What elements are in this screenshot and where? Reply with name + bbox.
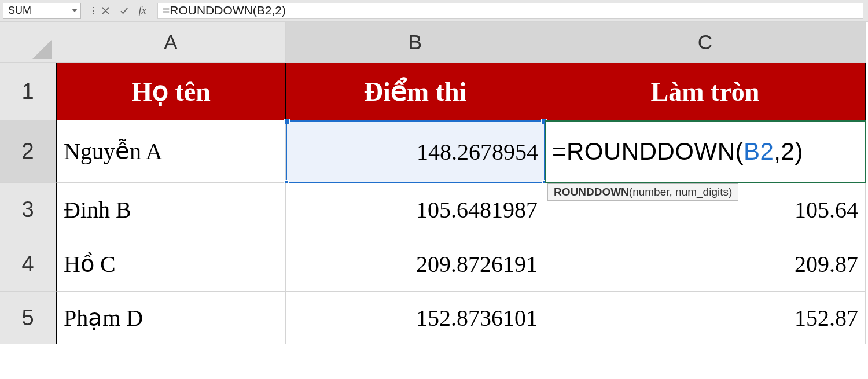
cell-A4[interactable]: Hồ C xyxy=(56,237,286,292)
row-header-1[interactable]: 1 xyxy=(0,63,56,120)
cell-A2[interactable]: Nguyễn A xyxy=(56,120,286,183)
table-header-score[interactable]: Điểm thi xyxy=(286,63,545,120)
row-header-3[interactable]: 3 xyxy=(0,183,56,237)
cell-value: 148.2678954 xyxy=(417,138,538,165)
cell-B2[interactable]: 148.2678954 xyxy=(286,120,545,183)
select-all-corner[interactable] xyxy=(0,22,56,63)
table-header-name[interactable]: Họ tên xyxy=(56,63,286,120)
cell-A3[interactable]: Đinh B xyxy=(56,183,286,237)
name-box[interactable]: SUM xyxy=(3,3,81,19)
cell-B4[interactable]: 209.8726191 xyxy=(286,237,545,292)
col-header-B[interactable]: B xyxy=(286,22,545,63)
fx-icon[interactable]: fx xyxy=(133,0,152,21)
table-header-round[interactable]: Làm tròn xyxy=(545,63,866,120)
function-tooltip: ROUNDDOWN(number, num_digits) xyxy=(547,183,738,201)
tooltip-args: (number, num_digits) xyxy=(629,186,732,198)
cell-A5[interactable]: Phạm D xyxy=(56,292,286,344)
formula-ref: B2 xyxy=(744,138,774,165)
cell-B3[interactable]: 105.6481987 xyxy=(286,183,545,237)
formula-bar-separator: ⋮ xyxy=(90,0,96,21)
cell-B5[interactable]: 152.8736101 xyxy=(286,292,545,344)
formula-bar: SUM ⋮ fx =ROUNDDOWN(B2,2) xyxy=(0,0,868,21)
cell-C2[interactable]: =ROUNDDOWN(B2,2) ROUNDDOWN(number, num_d… xyxy=(545,120,866,183)
cell-C5[interactable]: 152.87 xyxy=(545,292,866,344)
formula-suffix: ,2) xyxy=(774,138,803,165)
formula-text: =ROUNDDOWN(B2,2) xyxy=(163,3,286,17)
name-box-value: SUM xyxy=(8,5,31,17)
row-header-5[interactable]: 5 xyxy=(0,292,56,344)
cancel-icon[interactable] xyxy=(96,0,115,21)
row-header-2[interactable]: 2 xyxy=(0,120,56,183)
spreadsheet: A B C 1 Họ tên Điểm thi Làm tròn 2 Nguyễ… xyxy=(0,21,868,344)
chevron-down-icon[interactable] xyxy=(72,9,78,12)
cell-C4[interactable]: 209.87 xyxy=(545,237,866,292)
row-header-4[interactable]: 4 xyxy=(0,237,56,292)
tooltip-fn: ROUNDDOWN xyxy=(554,186,629,198)
col-header-A[interactable]: A xyxy=(56,22,286,63)
enter-icon[interactable] xyxy=(115,0,133,21)
formula-prefix: =ROUNDDOWN( xyxy=(552,138,744,165)
formula-input[interactable]: =ROUNDDOWN(B2,2) xyxy=(157,3,863,19)
col-header-C[interactable]: C xyxy=(545,22,866,63)
